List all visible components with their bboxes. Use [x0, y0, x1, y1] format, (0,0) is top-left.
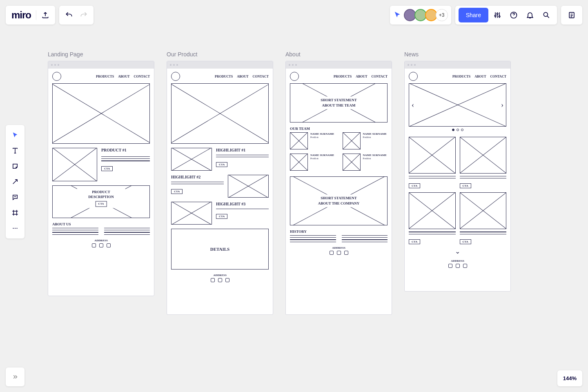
undo-icon	[65, 11, 73, 19]
zoom-level[interactable]: 144%	[557, 370, 582, 386]
wf-cta: CTA	[460, 239, 471, 244]
notes-button[interactable]	[564, 8, 579, 22]
wf-team-position: Position	[310, 136, 334, 139]
comment-icon	[11, 194, 19, 201]
wf-address: ADDRESS	[290, 246, 388, 249]
tool-comment[interactable]	[6, 189, 24, 205]
wf-team-name: NAME SURNAME	[310, 132, 334, 136]
settings-button[interactable]	[490, 8, 505, 22]
wf-nav-about: ABOUT	[474, 75, 486, 78]
help-button[interactable]	[506, 8, 521, 22]
wf-team-statement: SHORT STATEMENT ABOUT THE TEAM	[314, 96, 363, 109]
bell-icon	[526, 11, 534, 19]
wf-team-avatar	[343, 154, 361, 171]
wf-product-desc: PRODUCT DESCRIPTION	[88, 189, 114, 199]
frame-title-product[interactable]: Our Product	[167, 51, 273, 58]
wf-highlight2: HIGHLIGHT #2	[171, 175, 224, 179]
wf-logo-placeholder	[290, 72, 299, 81]
arrow-icon	[11, 178, 19, 185]
frame-title-news[interactable]: News	[404, 51, 511, 58]
svg-point-1	[543, 12, 548, 16]
share-button[interactable]: Share	[459, 8, 488, 22]
cursor-icon	[393, 11, 402, 20]
sliders-icon	[493, 11, 501, 19]
wf-team-name: NAME SURNAME	[310, 154, 334, 157]
tool-arrow[interactable]	[6, 174, 24, 189]
upload-icon	[41, 11, 49, 19]
wf-social-icon	[456, 264, 460, 268]
redo-button[interactable]	[76, 8, 91, 22]
browser-bar	[405, 61, 510, 69]
wf-logo-placeholder	[52, 72, 61, 81]
wf-social-icon	[330, 251, 334, 255]
wf-social-icon	[463, 264, 467, 268]
wf-product1-title: PRODUCT #1	[101, 148, 150, 152]
wf-social-icon	[99, 243, 103, 247]
tool-frame[interactable]	[6, 205, 24, 220]
sticky-icon	[11, 163, 19, 170]
wf-our-team: OUR TEAM	[290, 127, 388, 131]
expand-button[interactable]	[6, 368, 24, 386]
wf-history: HISTORY	[290, 229, 388, 234]
frame-about[interactable]: PRODUCTS ABOUT CONTACT SHORT STATEMENT A…	[285, 61, 392, 315]
text-icon	[11, 147, 19, 154]
wf-team-position: Position	[310, 157, 334, 160]
chevron-double-right-icon	[11, 373, 19, 381]
wf-team-avatar	[343, 132, 361, 149]
notes-icon	[568, 11, 576, 19]
notifications-button[interactable]	[523, 8, 537, 22]
wf-nav-products: PRODUCTS	[334, 75, 352, 78]
wf-team-position: Position	[363, 136, 387, 139]
tool-more[interactable]	[6, 220, 24, 236]
wf-cta: CTA	[95, 201, 107, 207]
wf-cta: CTA	[216, 162, 227, 167]
cursor-icon	[11, 131, 19, 139]
avatar-extra-count[interactable]: +3	[436, 9, 448, 21]
help-icon	[510, 11, 518, 19]
wf-nav-products: PRODUCTS	[96, 75, 114, 78]
wf-logo-placeholder	[171, 72, 180, 81]
wf-team-name: NAME SURNAME	[363, 154, 387, 157]
svg-point-4	[15, 228, 16, 229]
wf-hero-image	[52, 83, 150, 144]
wf-highlight1: HIGHLIGHT #1	[216, 148, 269, 152]
wf-highlight-image	[171, 202, 212, 225]
wf-team-avatar	[290, 154, 308, 171]
wf-news-image	[409, 192, 456, 229]
wf-logo-placeholder	[409, 72, 418, 81]
wf-social-icon	[448, 264, 452, 268]
search-button[interactable]	[539, 8, 554, 22]
wf-details: DETAILS	[171, 229, 269, 270]
app-logo[interactable]: miro	[8, 9, 34, 21]
browser-bar	[286, 61, 392, 69]
frame-product[interactable]: PRODUCTS ABOUT CONTACT HIGHLIGHT #1 CTA	[167, 61, 273, 315]
wf-nav-contact: CONTACT	[372, 75, 388, 78]
wf-nav-about: ABOUT	[118, 75, 129, 78]
wf-news-image	[460, 192, 507, 229]
export-button[interactable]	[38, 8, 53, 22]
wf-cta: CTA	[460, 183, 471, 188]
undo-button[interactable]	[62, 8, 76, 22]
wf-dot	[461, 129, 463, 131]
wf-social-icon	[107, 243, 111, 247]
wf-highlight3: HIGHLIGHT #3	[216, 202, 269, 206]
wf-nav-products: PRODUCTS	[452, 75, 470, 78]
tool-text[interactable]	[6, 143, 24, 158]
wf-nav-about: ABOUT	[237, 75, 248, 78]
wf-nav-contact: CONTACT	[253, 75, 269, 78]
svg-point-3	[13, 228, 13, 229]
tool-sticky[interactable]	[6, 158, 24, 174]
wf-nav-contact: CONTACT	[490, 75, 506, 78]
wf-address: ADDRESS	[171, 274, 269, 277]
frame-title-landing[interactable]: Landing Page	[48, 51, 154, 58]
frame-title-about[interactable]: About	[285, 51, 392, 58]
wf-nav-contact: CONTACT	[134, 75, 150, 78]
frame-news[interactable]: PRODUCTS ABOUT CONTACT ‹ › CTA CTA	[404, 61, 511, 292]
tool-select[interactable]	[6, 127, 24, 143]
wf-cta: CTA	[216, 214, 227, 219]
wf-dot	[457, 129, 459, 131]
redo-icon	[80, 11, 88, 19]
frame-landing[interactable]: PRODUCTS ABOUT CONTACT PRODUCT #1 CTA	[48, 61, 154, 296]
wf-dot	[452, 129, 454, 131]
browser-bar	[48, 61, 154, 69]
